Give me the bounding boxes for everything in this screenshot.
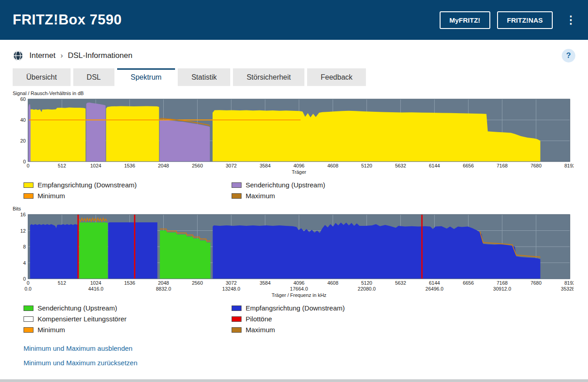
link-reset-minmax[interactable]: Minimum und Maximum zurücksetzen [24, 359, 588, 367]
svg-text:0: 0 [23, 276, 26, 282]
tab-feedback[interactable]: Feedback [307, 68, 366, 86]
app-header: FRITZ!Box 7590 MyFRITZ! FRITZ!NAS ⋮ [0, 0, 588, 40]
svg-text:8832.0: 8832.0 [156, 286, 171, 291]
svg-text:13248.0: 13248.0 [222, 286, 240, 291]
legend-label: Minimum [38, 192, 65, 200]
svg-text:4416.0: 4416.0 [88, 286, 104, 291]
myfritz-button[interactable]: MyFRITZ! [440, 11, 490, 29]
breadcrumb-section[interactable]: Internet [29, 51, 56, 60]
breadcrumb-separator-icon: › [61, 52, 63, 60]
svg-text:2560: 2560 [192, 163, 203, 168]
svg-text:0.0: 0.0 [24, 286, 31, 291]
legend-item: Minimum [24, 326, 232, 334]
svg-text:16: 16 [20, 212, 26, 217]
globe-icon [13, 50, 24, 61]
legend-item: Kompensierter Leitungsstörer [24, 315, 232, 323]
svg-text:Träger: Träger [292, 169, 306, 175]
svg-text:7680: 7680 [531, 163, 541, 168]
tab-dsl[interactable]: DSL [73, 68, 114, 86]
bits-chart: 0512102415362048256030723584409646085120… [13, 212, 588, 300]
legend-swatch [24, 182, 33, 188]
tab-bar: ÜbersichtDSLSpektrumStatistikStörsicherh… [13, 68, 588, 86]
legend-label: Senderichtung (Upstream) [38, 304, 117, 312]
legend-label: Empfangsrichtung (Downstream) [38, 181, 137, 189]
svg-text:7168: 7168 [497, 280, 507, 286]
svg-text:5120: 5120 [361, 280, 372, 286]
svg-text:7168: 7168 [497, 163, 507, 168]
svg-text:3584: 3584 [260, 163, 270, 168]
legend-swatch [24, 193, 33, 199]
svg-text:12: 12 [20, 228, 26, 234]
svg-text:8192: 8192 [564, 163, 574, 168]
svg-text:6656: 6656 [463, 280, 474, 286]
svg-text:22080.0: 22080.0 [358, 286, 376, 291]
svg-text:40: 40 [20, 117, 26, 123]
tab-spektrum[interactable]: Spektrum [117, 68, 175, 86]
tab-stoersicherheit[interactable]: Störsicherheit [233, 68, 304, 86]
snr-chart-title: Signal / Rausch-Verhältnis in dB [13, 91, 588, 96]
svg-text:26496.0: 26496.0 [426, 286, 444, 291]
svg-text:6144: 6144 [429, 163, 440, 168]
svg-text:2048: 2048 [158, 163, 169, 168]
link-hide-minmax[interactable]: Minimum und Maximum ausblenden [24, 344, 588, 352]
svg-text:3072: 3072 [226, 280, 237, 286]
svg-text:5632: 5632 [395, 163, 406, 168]
legend-swatch [24, 316, 33, 322]
svg-text:0: 0 [27, 163, 29, 168]
legend-swatch [232, 327, 242, 333]
svg-text:2048: 2048 [158, 280, 169, 286]
svg-text:2560: 2560 [192, 280, 203, 286]
legend-item: Minimum [24, 192, 232, 200]
legend-label: Empfangsrichtung (Downstream) [246, 304, 345, 312]
svg-text:1536: 1536 [124, 163, 135, 168]
svg-text:3072: 3072 [226, 163, 237, 168]
svg-text:0: 0 [23, 159, 26, 164]
help-button[interactable]: ? [562, 49, 575, 62]
fritznas-button[interactable]: FRITZ!NAS [497, 11, 553, 29]
legend-label: Pilottöne [246, 315, 272, 323]
legend-swatch [232, 182, 242, 188]
svg-text:5120: 5120 [361, 163, 372, 168]
overflow-menu-icon[interactable]: ⋮ [565, 14, 576, 25]
svg-text:512: 512 [58, 163, 66, 168]
svg-text:7680: 7680 [531, 280, 541, 286]
legend-label: Kompensierter Leitungsstörer [38, 315, 127, 323]
legend-item: Senderichtung (Upstream) [232, 181, 588, 189]
footer-strip [0, 379, 588, 382]
legend-item: Empfangsrichtung (Downstream) [232, 304, 588, 312]
bits-chart-title: Bits [13, 206, 588, 211]
svg-text:512: 512 [58, 280, 66, 286]
svg-text:3584: 3584 [260, 280, 270, 286]
svg-text:1024: 1024 [90, 163, 101, 168]
svg-text:4: 4 [23, 260, 26, 266]
snr-chart-block: Signal / Rausch-Verhältnis in dB 0512102… [13, 91, 588, 200]
legend-item: Maximum [232, 326, 588, 334]
legend-item: Pilottöne [232, 315, 588, 323]
svg-text:20: 20 [20, 138, 26, 143]
legend-item: Empfangsrichtung (Downstream) [24, 181, 232, 189]
legend-label: Minimum [38, 326, 65, 334]
svg-text:4608: 4608 [327, 280, 338, 286]
legend-label: Maximum [246, 192, 275, 200]
main-content: Signal / Rausch-Verhältnis in dB 0512102… [0, 91, 588, 373]
tab-uebersicht[interactable]: Übersicht [13, 68, 71, 86]
legend-swatch [24, 306, 33, 311]
svg-text:17664.0: 17664.0 [290, 286, 308, 291]
svg-text:Träger / Frequenz in kHz: Träger / Frequenz in kHz [271, 292, 326, 298]
bits-chart-block: Bits 05121024153620482560307235844096460… [13, 206, 588, 334]
svg-text:5632: 5632 [395, 280, 406, 286]
legend-item: Maximum [232, 192, 588, 200]
action-links: Minimum und Maximum ausblendenMinimum un… [24, 344, 588, 373]
snr-chart-legend: Empfangsrichtung (Downstream)Senderichtu… [24, 181, 588, 200]
header-actions: MyFRITZ! FRITZ!NAS ⋮ [433, 11, 576, 29]
svg-text:60: 60 [20, 96, 26, 102]
svg-text:1536: 1536 [124, 280, 135, 286]
legend-label: Senderichtung (Upstream) [246, 181, 325, 189]
breadcrumb: Internet › DSL-Informationen ? [0, 40, 588, 62]
svg-text:0: 0 [27, 280, 29, 286]
svg-text:6144: 6144 [429, 280, 440, 286]
legend-swatch [24, 327, 33, 333]
svg-text:4096: 4096 [294, 163, 304, 168]
app-title: FRITZ!Box 7590 [13, 12, 122, 28]
tab-statistik[interactable]: Statistik [178, 68, 230, 86]
